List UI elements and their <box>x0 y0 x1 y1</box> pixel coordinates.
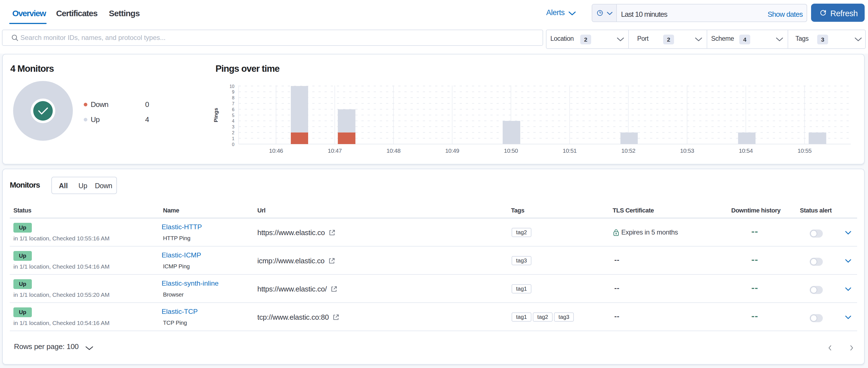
svg-text:8: 8 <box>232 95 235 100</box>
svg-text:6: 6 <box>232 107 235 112</box>
svg-text:10:48: 10:48 <box>386 147 401 154</box>
svg-text:2: 2 <box>232 130 235 135</box>
svg-text:10:55: 10:55 <box>798 147 812 154</box>
svg-text:Pings: Pings <box>213 108 219 122</box>
svg-text:10: 10 <box>229 84 235 89</box>
svg-text:10:51: 10:51 <box>563 147 577 154</box>
svg-text:5: 5 <box>232 113 235 118</box>
svg-text:10:49: 10:49 <box>445 147 459 154</box>
svg-text:10:52: 10:52 <box>621 147 635 154</box>
svg-text:10:46: 10:46 <box>269 147 283 154</box>
svg-text:1: 1 <box>232 136 235 141</box>
svg-text:10:50: 10:50 <box>504 147 518 154</box>
svg-text:3: 3 <box>232 125 235 129</box>
svg-text:4: 4 <box>232 119 235 123</box>
svg-text:0: 0 <box>232 142 235 147</box>
svg-text:10:54: 10:54 <box>739 147 753 154</box>
svg-text:10:53: 10:53 <box>680 147 694 154</box>
svg-text:7: 7 <box>232 101 235 106</box>
svg-text:10:47: 10:47 <box>328 147 342 154</box>
svg-text:9: 9 <box>232 90 235 94</box>
